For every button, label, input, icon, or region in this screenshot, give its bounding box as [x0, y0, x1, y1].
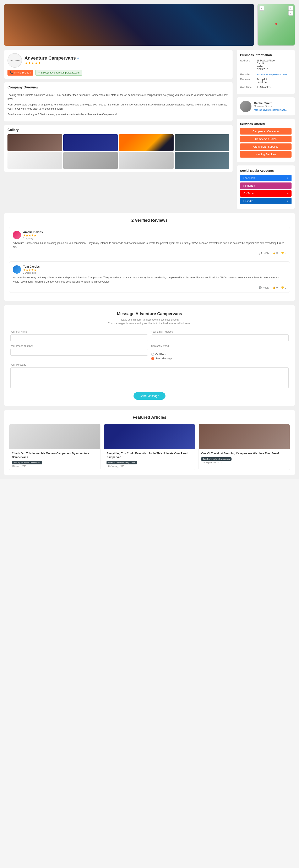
overview-para3: So what are you waiting for? Start plann…: [7, 113, 229, 117]
wait-time-value: 1 - 3 Months: [257, 86, 271, 89]
article-image: [199, 424, 290, 449]
thumbs-up-icon: 👍: [272, 286, 275, 289]
gallery-item[interactable]: [175, 152, 230, 169]
gallery-item[interactable]: [7, 152, 62, 169]
like-button[interactable]: 👍 0: [272, 252, 278, 254]
email-input[interactable]: [151, 335, 289, 341]
send-message-option[interactable]: Send Message: [151, 357, 289, 360]
reviewer-avatar: [13, 265, 21, 274]
business-title-card: CAMPERVANS Adventure Campervans ✓ ★★★★★ …: [4, 50, 233, 79]
external-link-icon: ↗: [287, 200, 289, 203]
website-row: Website adventurecampervans.co.u: [240, 73, 292, 76]
review-time: 3 days ago: [23, 237, 43, 240]
review-text: We were blown away by the quality of wor…: [13, 276, 286, 284]
wait-time-row: Wait Time 1 - 3 Months: [240, 86, 292, 89]
reply-icon: 💬: [259, 286, 262, 289]
linkedin-button[interactable]: LinkedIn ↗: [240, 198, 292, 204]
dislike-button[interactable]: 👎 0: [281, 252, 286, 254]
thumbs-down-icon: 👎: [281, 286, 284, 289]
call-back-option[interactable]: Call Back: [151, 353, 289, 356]
website-label: Website: [240, 73, 255, 76]
map-zoom-in-button[interactable]: +: [289, 6, 293, 10]
message-form-section: Message Adventure Campervans Please use …: [4, 305, 295, 406]
full-name-input[interactable]: [10, 335, 148, 341]
articles-title: Featured Articles: [9, 415, 290, 420]
business-info-card: Business Information Address 16 Market P…: [237, 50, 295, 94]
address-value: 16 Market Place Cardiff Wales CF23 7HS: [257, 59, 275, 71]
reviewer-name: Tom Jacobs: [23, 265, 40, 268]
article-card[interactable]: Check Out This Incredible Modern Camperv…: [9, 424, 100, 470]
review-text: Adventure Campervans did an amazing job …: [13, 241, 286, 249]
reviews-label: Reviews: [240, 78, 255, 84]
services-title: Services Offered: [240, 122, 292, 126]
radio-send-message[interactable]: [151, 357, 154, 360]
services-card: Services Offered Campervan Converter Cam…: [237, 119, 295, 162]
article-card[interactable]: Everything You Could Ever Wish for In Th…: [104, 424, 195, 470]
verified-badge: ✓: [77, 56, 80, 60]
article-author: Built By: Adventure Campervans: [12, 461, 42, 464]
message-textarea[interactable]: [10, 368, 289, 388]
article-date: 27th September, 2022: [201, 462, 287, 464]
service-tag-heating[interactable]: Heating Services: [240, 151, 292, 158]
reply-icon: 💬: [259, 252, 262, 254]
dislike-button[interactable]: 👎 0: [281, 286, 286, 289]
overview-para1: Looking for the ultimate adventure vehic…: [7, 93, 229, 101]
article-title: Check Out This Incredible Modern Camperv…: [12, 452, 98, 459]
email-button[interactable]: ✉ sales@adventurecampervans.com: [35, 70, 82, 75]
manager-title: Managing Director: [254, 105, 287, 107]
hero-image: [4, 4, 254, 46]
phone-icon: 📞: [10, 71, 13, 74]
website-value[interactable]: adventurecampervans.co.u: [257, 73, 287, 76]
reviews-title: 2 Verified Reviews: [9, 218, 290, 223]
facebook-button[interactable]: Facebook ↗: [240, 175, 292, 181]
article-title: Everything You Could Ever Wish for In Th…: [107, 452, 192, 459]
gallery-item[interactable]: [175, 134, 230, 151]
like-button[interactable]: 👍 0: [272, 286, 278, 289]
gallery-item[interactable]: [119, 134, 174, 151]
map-zoom-out-button[interactable]: −: [289, 11, 293, 16]
reviewer-stars: ★★★★★: [23, 268, 40, 272]
company-overview-card: Company Overview Looking for the ultimat…: [4, 82, 233, 121]
radio-call-back[interactable]: [151, 353, 154, 356]
overview-title: Company Overview: [7, 86, 229, 91]
external-link-icon: ↗: [287, 192, 289, 195]
gallery-title: Gallery: [7, 128, 229, 132]
thumbs-up-icon: 👍: [272, 252, 275, 254]
article-title: One Of The Most Stunning Campervans We H…: [201, 452, 287, 455]
reviews-value: Trustpilot FeeeFoo: [257, 78, 267, 84]
phone-button[interactable]: 📞 07449 361 623: [7, 70, 33, 75]
youtube-button[interactable]: YouTube ↗: [240, 190, 292, 196]
reply-button[interactable]: 💬 Reply: [259, 252, 269, 254]
review-card: Tom Jacobs ★★★★★ 2 weeks ago We were blo…: [9, 261, 290, 292]
gallery-item[interactable]: [63, 134, 118, 151]
business-name: Adventure Campervans ✓: [25, 56, 80, 61]
gallery-item[interactable]: [119, 152, 174, 169]
phone-input[interactable]: [10, 349, 148, 355]
reviewer-stars: ★★★★★: [23, 234, 43, 237]
external-link-icon: ↗: [287, 184, 289, 187]
business-info-title: Business Information: [240, 53, 292, 57]
manager-name: Rachel Smith: [254, 101, 287, 105]
service-tag-sales[interactable]: Campervan Sales: [240, 136, 292, 142]
articles-section: Featured Articles Check Out This Incredi…: [4, 410, 295, 475]
service-tag-supplies[interactable]: Campervan Supplies: [240, 144, 292, 150]
manager-card: Rachel Smith Managing Director rachel@ad…: [237, 97, 295, 116]
reviews-section: 2 Verified Reviews Amelia Davies ★★★★★ 3…: [4, 213, 295, 301]
map-expand-button[interactable]: ⤢: [259, 6, 264, 10]
reply-button[interactable]: 💬 Reply: [259, 286, 269, 289]
instagram-button[interactable]: Instagram ↗: [240, 183, 292, 189]
message-label: Your Message: [10, 363, 289, 366]
gallery-item[interactable]: [7, 134, 62, 151]
message-form-title: Message Adventure Campervans: [10, 311, 289, 316]
manager-email-link[interactable]: rachel@adventurecampervans...: [254, 108, 287, 111]
send-message-button[interactable]: Send Message: [133, 392, 165, 400]
thumbs-down-icon: 👎: [281, 252, 284, 254]
contact-method-label: Contact Method: [151, 345, 289, 347]
gallery-item[interactable]: [63, 152, 118, 169]
map-container[interactable]: ⤢ + −: [258, 4, 295, 46]
review-card: Amelia Davies ★★★★★ 3 days ago Adventure…: [9, 227, 290, 258]
article-card[interactable]: One Of The Most Stunning Campervans We H…: [199, 424, 290, 470]
reviews-row: Reviews Trustpilot FeeeFoo: [240, 78, 292, 84]
service-tag-converter[interactable]: Campervan Converter: [240, 128, 292, 134]
manager-avatar: [240, 101, 251, 112]
